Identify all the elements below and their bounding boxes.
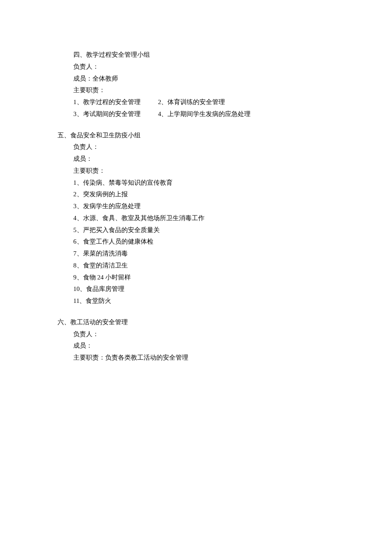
section-4-title: 四、教学过程安全管理小组 [0, 49, 392, 61]
section-5-duties-label: 主要职责： [0, 165, 392, 177]
duty-item: 6、食堂工作人员的健康体检 [0, 236, 392, 248]
section-6-leader: 负责人： [0, 328, 392, 340]
document-body: 四、教学过程安全管理小组 负责人： 成员：全体教师 主要职责： 1、教学过程的安… [0, 49, 392, 364]
section-5-members: 成员： [0, 153, 392, 165]
duty-item: 3、发病学生的应急处理 [0, 200, 392, 212]
section-4-duties-row-2: 3、考试期间的安全管理 4、上学期间学生发病的应急处理 [0, 108, 392, 120]
section-6-duties: 主要职责：负责各类教工活动的安全管理 [0, 352, 392, 364]
members-label: 成员： [73, 75, 92, 82]
duty-item: 3、考试期间的安全管理 [73, 108, 156, 120]
duty-item: 8、食堂的清洁卫生 [0, 260, 392, 272]
duty-item: 9、食物 24 小时留样 [0, 272, 392, 284]
duty-item: 4、水源、食具、教室及其他场所卫生消毒工作 [0, 212, 392, 224]
section-6-members: 成员： [0, 340, 392, 352]
duty-item: 1、教学过程的安全管理 [73, 96, 156, 108]
duty-item: 11、食堂防火 [0, 295, 392, 307]
duty-item: 4、上学期间学生发病的应急处理 [158, 108, 251, 120]
duty-item: 2、突发病例的上报 [0, 189, 392, 200]
section-4-duties-label: 主要职责： [0, 84, 392, 96]
section-4-leader: 负责人： [0, 61, 392, 73]
duty-item: 5、严把买入食品的安全质量关 [0, 224, 392, 236]
section-4-duties-row-1: 1、教学过程的安全管理 2、体育训练的安全管理 [0, 96, 392, 108]
duty-item: 7、果菜的清洗消毒 [0, 248, 392, 260]
duty-item: 1、传染病、禁毒等知识的宣传教育 [0, 177, 392, 189]
section-6-title: 六、教工活动的安全管理 [0, 317, 392, 328]
duty-item: 2、体育训练的安全管理 [158, 96, 225, 108]
section-4-members: 成员：全体教师 [0, 73, 392, 85]
members-value: 全体教师 [92, 75, 118, 82]
section-5-title: 五、食品安全和卫生防疫小组 [0, 130, 392, 142]
duty-item: 10、食品库房管理 [0, 283, 392, 295]
section-5-leader: 负责人： [0, 141, 392, 153]
